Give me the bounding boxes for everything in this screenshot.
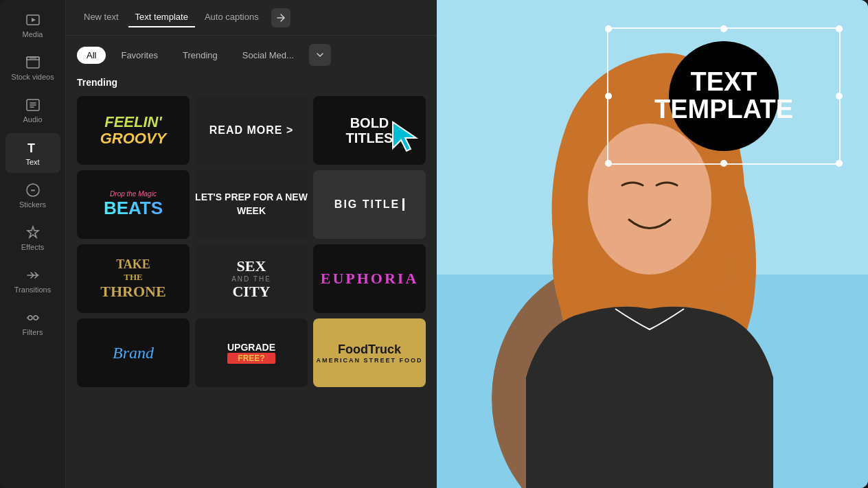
- and-text: AND THE: [231, 275, 271, 283]
- filter-trending[interactable]: Trending: [173, 47, 227, 64]
- text-icon: T: [25, 140, 41, 155]
- sidebar-item-transitions[interactable]: Transitions: [5, 261, 60, 301]
- filter-row: All Favorites Trending Social Med...: [66, 36, 437, 74]
- text-template-content: TEXT TEMPLATE: [669, 41, 779, 151]
- stickers-icon: [25, 183, 41, 198]
- svg-point-8: [34, 316, 38, 320]
- templates-area: Trending FEELIN' GROOVY READ MORE >: [66, 74, 437, 488]
- template-card-big-title[interactable]: BIG TITLE: [313, 170, 426, 239]
- groovy-text: GROOVY: [100, 130, 167, 147]
- panel: New text Text template Auto captions All…: [66, 0, 437, 488]
- sidebar-text-label: Text: [25, 158, 39, 166]
- handle-middle-left[interactable]: [605, 93, 612, 100]
- svg-text:T: T: [27, 141, 35, 155]
- text-template-overlay[interactable]: TEXT TEMPLATE: [607, 27, 841, 165]
- take-text: TAKE: [100, 257, 165, 272]
- tab-auto-captions[interactable]: Auto captions: [198, 8, 266, 27]
- app-container: Media Stock videos Audio: [0, 0, 868, 488]
- sidebar-transitions-label: Transitions: [14, 286, 51, 294]
- handle-top-right[interactable]: [836, 25, 843, 32]
- template-card-take-throne[interactable]: TAKE THE THRONE: [77, 244, 190, 313]
- filter-all[interactable]: All: [77, 47, 106, 64]
- transitions-icon: [25, 268, 41, 283]
- sidebar-effects-label: Effects: [21, 243, 44, 251]
- sidebar-item-effects[interactable]: Effects: [5, 218, 60, 258]
- text-template-circle: TEXT TEMPLATE: [669, 41, 779, 151]
- handle-bottom-middle[interactable]: [720, 160, 727, 167]
- section-trending-title: Trending: [77, 77, 426, 88]
- audio-icon: [25, 97, 41, 113]
- template-grid-row1: FEELIN' GROOVY READ MORE > BOLD TITLES: [77, 96, 426, 387]
- upgrade-text: UPGRADE: [227, 342, 275, 353]
- sidebar-stickers-label: Stickers: [19, 200, 46, 209]
- template-card-read-more[interactable]: READ MORE >: [195, 96, 308, 165]
- sidebar-item-media[interactable]: Media: [5, 5, 60, 45]
- template-card-foodtruck[interactable]: FoodTruck AMERICAN STREET FOOD: [313, 318, 426, 387]
- svg-marker-11: [393, 122, 416, 151]
- svg-point-7: [28, 316, 32, 320]
- city-text: CITY: [231, 283, 271, 301]
- brand-text: Brand: [113, 344, 154, 362]
- stock-videos-icon: [25, 55, 41, 70]
- template-card-feelin-groovy[interactable]: FEELIN' GROOVY: [77, 96, 190, 165]
- sidebar-stock-label: Stock videos: [11, 73, 54, 81]
- euphoria-text: EUPHORIA: [321, 270, 419, 288]
- sidebar-item-stock-videos[interactable]: Stock videos: [5, 48, 60, 88]
- beats-text: BEATS: [104, 198, 163, 219]
- sidebar-media-label: Media: [23, 30, 43, 38]
- media-icon: [25, 12, 41, 27]
- filter-favorites[interactable]: Favorites: [111, 47, 167, 64]
- big-title-text: BIG TITLE: [334, 198, 404, 211]
- tab-text-template[interactable]: Text template: [128, 8, 195, 27]
- foodtruck-text: FoodTruck: [316, 342, 422, 357]
- sidebar-item-audio[interactable]: Audio: [5, 91, 60, 130]
- main-canvas: TEXT TEMPLATE: [437, 0, 868, 488]
- text-template-words: TEXT TEMPLATE: [654, 69, 793, 124]
- panel-tabs: New text Text template Auto captions: [66, 0, 437, 36]
- read-more-text: READ MORE >: [209, 124, 294, 137]
- filter-social-media[interactable]: Social Med...: [233, 47, 304, 64]
- feelin-text: FEELIN': [100, 114, 167, 130]
- template-card-euphoria[interactable]: EUPHORIA: [313, 244, 426, 313]
- sidebar-audio-label: Audio: [23, 115, 42, 124]
- svg-marker-1: [32, 18, 36, 22]
- tabs-more-button[interactable]: [271, 8, 290, 27]
- throne-text: THRONE: [100, 283, 165, 301]
- sidebar-item-filters[interactable]: Filters: [5, 303, 60, 343]
- template-card-upgrade[interactable]: UPGRADE FREE?: [195, 318, 308, 387]
- american-text: AMERICAN STREET FOOD: [316, 357, 422, 364]
- template-card-beats[interactable]: Drop the Magic BEATS: [77, 170, 190, 239]
- filter-dropdown-button[interactable]: [309, 44, 331, 66]
- prep-week-text: LET'S PREP FOR A NEW WEEK: [195, 191, 308, 218]
- sidebar-item-text[interactable]: T Text: [5, 133, 60, 173]
- template-card-bold-titles[interactable]: BOLD TITLES: [313, 96, 426, 165]
- cursor-arrow-icon: [390, 119, 420, 156]
- template-card-brand[interactable]: Brand: [77, 318, 190, 387]
- template-card-prep-week[interactable]: LET'S PREP FOR A NEW WEEK: [195, 170, 308, 239]
- tab-new-text[interactable]: New text: [77, 8, 126, 27]
- sex-text: SEX: [231, 257, 271, 275]
- handle-bottom-left[interactable]: [605, 160, 612, 167]
- sidebar-item-stickers[interactable]: Stickers: [5, 176, 60, 216]
- handle-middle-right[interactable]: [836, 93, 843, 100]
- effects-icon: [25, 225, 41, 240]
- the-text: THE: [100, 272, 165, 283]
- sidebar-filters-label: Filters: [23, 328, 43, 336]
- handle-top-left[interactable]: [605, 25, 612, 32]
- sidebar: Media Stock videos Audio: [0, 0, 66, 488]
- handle-top-middle[interactable]: [720, 25, 727, 32]
- free-text: FREE?: [227, 353, 275, 364]
- drop-magic-text: Drop the Magic: [104, 190, 163, 198]
- filters-icon: [25, 310, 41, 325]
- bold-titles-text: BOLD TITLES: [346, 115, 393, 146]
- template-card-sex-city[interactable]: SEX AND THE CITY: [195, 244, 308, 313]
- handle-bottom-right[interactable]: [836, 160, 843, 167]
